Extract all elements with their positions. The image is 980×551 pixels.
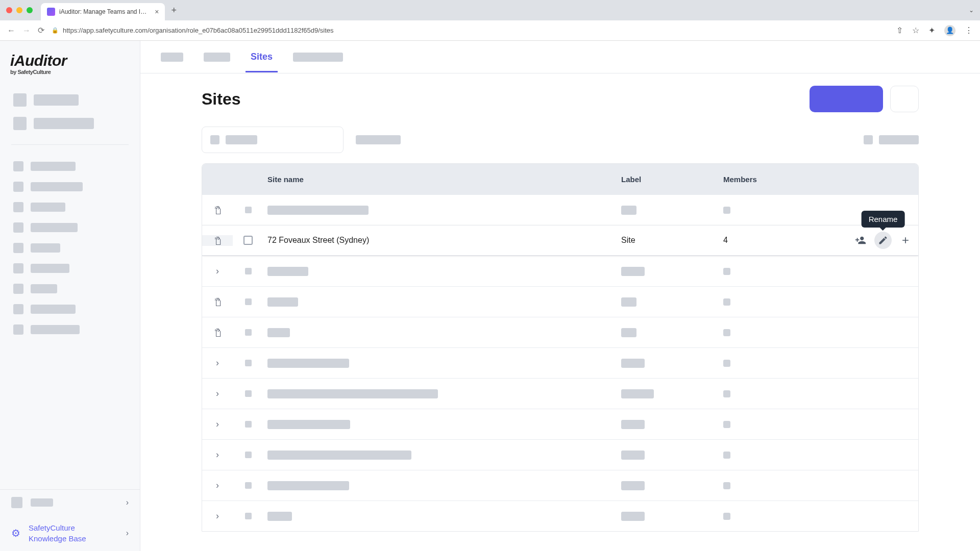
chevron-right-icon: › — [216, 388, 219, 399]
chevron-right-icon: › — [126, 498, 129, 507]
sidebar-item[interactable] — [9, 88, 131, 112]
logo-text: Auditor — [14, 52, 67, 69]
content: Sites — [140, 73, 980, 551]
sidebar-item[interactable] — [9, 197, 131, 217]
main: Sites Sites — [140, 41, 980, 551]
kb-line1: SafetyCulture — [29, 522, 86, 533]
sidebar-item[interactable] — [9, 279, 131, 299]
search-input[interactable] — [202, 127, 344, 153]
tag-icon: 🏷 — [212, 236, 223, 245]
col-members: Members — [719, 175, 831, 184]
bookmark-icon[interactable]: ☆ — [912, 26, 919, 35]
tooltip: Rename — [862, 211, 905, 228]
chevron-right-icon: › — [216, 449, 219, 460]
table-row[interactable]: 🏷 — [202, 286, 918, 317]
sidebar-bottom: › ⚙ SafetyCulture Knowledge Base › — [0, 489, 140, 551]
secondary-action-button[interactable] — [890, 86, 919, 112]
tab-placeholder[interactable] — [204, 53, 230, 62]
table-row-hovered[interactable]: 🏷 72 Foveaux Street (Sydney) Site 4 Rena… — [202, 225, 918, 256]
table-row[interactable]: › — [202, 409, 918, 439]
col-label: Label — [617, 175, 719, 184]
primary-action-button[interactable] — [810, 86, 883, 112]
logo: iAuditor by SafetyCulture — [0, 41, 140, 84]
forward-icon[interactable]: → — [22, 26, 31, 35]
sidebar: iAuditor by SafetyCulture › — [0, 41, 140, 551]
sidebar-item[interactable] — [9, 258, 131, 279]
url-field[interactable]: 🔒 https://app.safetyculture.com/organisa… — [52, 27, 334, 34]
tab-overflow-icon[interactable]: ⌄ — [969, 7, 974, 14]
rename-button[interactable]: Rename — [874, 232, 892, 249]
table-row[interactable]: › — [202, 347, 918, 378]
table-row[interactable]: › — [202, 256, 918, 286]
chevron-right-icon: › — [216, 419, 219, 430]
sidebar-item[interactable] — [9, 112, 131, 135]
window-controls — [6, 7, 33, 13]
table-row[interactable]: › — [202, 470, 918, 500]
table-row[interactable]: 🏷 — [202, 317, 918, 347]
share-icon[interactable]: ⇧ — [896, 26, 903, 35]
app-root: iAuditor by SafetyCulture › — [0, 41, 980, 551]
sidebar-bottom-item[interactable]: › — [0, 490, 140, 515]
url-text: https://app.safetyculture.com/organisati… — [63, 27, 334, 34]
tab-placeholder[interactable] — [293, 53, 343, 62]
topbar-tabs: Sites — [140, 41, 980, 73]
back-icon[interactable]: ← — [7, 26, 15, 35]
sidebar-item[interactable] — [9, 238, 131, 258]
browser-chrome: iAuditor: Manage Teams and I… × + ⌄ ← → … — [0, 0, 980, 41]
row-checkbox[interactable] — [243, 236, 253, 245]
site-name: 72 Foveaux Street (Sydney) — [263, 236, 617, 245]
minimize-window-icon[interactable] — [16, 7, 22, 13]
profile-icon[interactable]: 👤 — [944, 25, 955, 36]
filter-row — [202, 127, 919, 153]
table-row[interactable]: › — [202, 439, 918, 470]
site-label: Site — [617, 236, 719, 245]
col-site-name: Site name — [263, 175, 617, 184]
sidebar-item[interactable] — [9, 156, 131, 177]
table-header: Site name Label Members — [202, 164, 918, 194]
tag-icon: 🏷 — [212, 206, 223, 215]
browser-tab[interactable]: iAuditor: Manage Teams and I… × — [41, 3, 165, 20]
reload-icon[interactable]: ⟳ — [38, 26, 44, 35]
tag-icon: 🏷 — [212, 328, 223, 337]
sort-dropdown[interactable] — [879, 135, 919, 144]
filter-dropdown[interactable] — [356, 135, 401, 144]
table-row[interactable]: › — [202, 500, 918, 531]
pencil-icon — [878, 235, 888, 245]
extensions-icon[interactable]: ✦ — [928, 26, 935, 35]
view-toggle[interactable] — [864, 135, 873, 144]
chevron-right-icon: › — [216, 358, 219, 368]
sidebar-item[interactable] — [9, 299, 131, 319]
chevron-right-icon: › — [126, 529, 129, 538]
person-add-icon — [855, 235, 866, 246]
tab-placeholder[interactable] — [161, 53, 183, 62]
sidebar-item[interactable] — [9, 217, 131, 238]
tab-sites[interactable]: Sites — [251, 41, 273, 72]
table-row[interactable]: 🏷 — [202, 194, 918, 225]
sidebar-item[interactable] — [9, 319, 131, 340]
close-tab-icon[interactable]: × — [155, 8, 159, 16]
page-header: Sites — [202, 86, 919, 112]
lock-icon: 🔒 — [52, 27, 59, 34]
add-site-button[interactable] — [897, 232, 914, 249]
menu-icon[interactable]: ⋮ — [965, 26, 973, 35]
favicon-icon — [47, 8, 55, 16]
chevron-right-icon: › — [216, 511, 219, 521]
sites-table: Site name Label Members 🏷 — [202, 163, 919, 532]
chevron-right-icon: › — [216, 266, 219, 277]
url-bar: ← → ⟳ 🔒 https://app.safetyculture.com/or… — [0, 20, 980, 40]
table-row[interactable]: › — [202, 378, 918, 409]
close-window-icon[interactable] — [6, 7, 12, 13]
gear-icon: ⚙ — [11, 527, 20, 539]
site-members: 4 — [719, 236, 831, 245]
knowledge-base-link[interactable]: ⚙ SafetyCulture Knowledge Base › — [0, 515, 140, 551]
tab-title: iAuditor: Manage Teams and I… — [59, 8, 146, 15]
add-member-button[interactable] — [852, 232, 869, 249]
new-tab-icon[interactable]: + — [171, 5, 177, 16]
tab-bar: iAuditor: Manage Teams and I… × + ⌄ — [0, 0, 980, 20]
tag-icon: 🏷 — [212, 297, 223, 307]
plus-icon — [900, 235, 911, 245]
page-title: Sites — [202, 90, 240, 109]
sidebar-item[interactable] — [9, 177, 131, 197]
logo-byline: by SafetyCulture — [10, 69, 130, 75]
maximize-window-icon[interactable] — [27, 7, 33, 13]
